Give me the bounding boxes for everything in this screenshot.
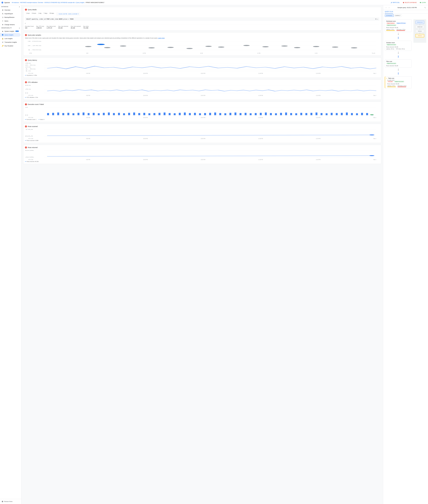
tab-1hour[interactable]: 1 hour <box>25 12 31 15</box>
sidebar-db-section[interactable]: DATABASE ▲ <box>0 5 21 8</box>
svg-rect-49 <box>154 113 156 115</box>
plan-tree: Distributed union Highest latency Highes… <box>385 19 412 502</box>
sidebar-item-change-streams[interactable]: ⊕ Change streams <box>0 23 20 26</box>
expand-panel-button[interactable]: ⤡ <box>424 6 426 9</box>
rows-returned-section: 9 Rows returned 50k 40k UTC+5:30 9:30 PM… <box>23 145 381 164</box>
scatter-point-selected[interactable] <box>97 44 105 45</box>
svg-text:1.5s: 1.5s <box>25 68 36 69</box>
query-details-section: 1 Query details 1 hour 6 hours 1 day 7 d… <box>23 7 381 31</box>
scatter-point[interactable] <box>351 47 357 48</box>
metric-avg-bytes: Avg. bytes 721,498 <box>83 26 89 29</box>
svg-rect-34 <box>77 113 79 115</box>
breadcrumb-all-instances[interactable]: All instances <box>12 2 19 3</box>
scatter-point[interactable] <box>294 47 300 48</box>
svg-rect-43 <box>123 113 125 115</box>
sidebar-item-key-visualizer[interactable]: 🔑 Key Visualizer <box>0 44 20 48</box>
svg-text:4s: 4s <box>25 89 31 90</box>
sidebar-item-query[interactable]: ≡ Query <box>0 19 20 23</box>
badge-highest-latency: Highest latency <box>386 22 395 24</box>
svg-rect-58 <box>199 113 201 115</box>
learn-button[interactable]: LEARN <box>419 1 427 4</box>
sidebar-obs-section[interactable]: OBSERVABILITY ▲ <box>0 26 21 29</box>
svg-rect-87 <box>346 112 348 115</box>
nav-buttons: ‹ › <box>385 6 390 9</box>
cpu-bar-4 <box>398 87 406 87</box>
sidebar-item-system-insights[interactable]: ◈ System insights NEW <box>0 29 20 33</box>
breadcrumb-instance[interactable]: INSTANCE example-instance: Overview <box>20 2 43 3</box>
svg-rect-59 <box>204 113 206 115</box>
scatter-point[interactable] <box>148 47 155 48</box>
tab-7days[interactable]: 7 days <box>42 12 48 15</box>
svg-rect-50 <box>158 113 160 115</box>
svg-rect-29 <box>52 113 54 115</box>
latency-bar-4 <box>387 87 396 87</box>
plan-content: Distributed union Highest latency Highes… <box>383 17 428 504</box>
scatter-point[interactable] <box>218 47 224 48</box>
svg-text:6M: 6M <box>25 135 33 137</box>
svg-rect-45 <box>133 112 135 115</box>
sidebar-item-query-insights[interactable]: Query insights <box>0 33 20 37</box>
scatter-point[interactable] <box>205 46 212 47</box>
svg-rect-107 <box>398 72 399 75</box>
sidebar-item-backup-restore[interactable]: ◷ Backup/Restore <box>0 16 20 19</box>
write-ddl-button[interactable]: WRITE DDL <box>390 1 401 4</box>
sidebar-item-lock-insights[interactable]: 🔒 Lock insights <box>0 37 20 40</box>
cpu-util-chart: 8s 4s 0 <box>25 84 379 94</box>
svg-rect-69 <box>255 113 257 115</box>
svg-rect-63 <box>224 113 226 115</box>
scatter-point[interactable] <box>262 46 269 47</box>
cpu-util-title: 6 CPU utilization <box>25 81 379 83</box>
plan-node-filter-scan: Filter scan Highest row count Rows retur… <box>385 59 412 67</box>
breadcrumb-database[interactable]: GOOGLE STANDARD SQL DATABASE example-db-… <box>44 2 84 3</box>
next-sample-button[interactable]: › <box>388 6 390 9</box>
scatter-point[interactable] <box>104 47 110 48</box>
delete-database-button[interactable]: DELETE DATABASE <box>402 1 418 4</box>
sidebar-item-overview[interactable]: ⊞ Overview <box>0 8 20 12</box>
release-notes-item[interactable]: Release Notes <box>1 500 20 503</box>
rows-scanned-legend: Rows scanned: 6.58M <box>25 140 379 141</box>
tab-30days[interactable]: 30 days <box>49 12 55 15</box>
query-icon: ≡ <box>2 20 4 22</box>
svg-rect-90 <box>361 113 363 115</box>
svg-rect-44 <box>128 113 130 115</box>
connector-2 <box>398 52 398 54</box>
import-icon: ⇅ <box>2 13 4 15</box>
scatter-point[interactable] <box>313 46 319 47</box>
date-range-selector[interactable]: ✓ 3/1/23, 8:43 PM - 3/2/23, 12:04 AM ▼ <box>56 13 80 15</box>
scatter-point[interactable] <box>186 48 193 49</box>
backup-icon: ◷ <box>2 16 4 18</box>
svg-rect-65 <box>235 112 237 115</box>
prev-sample-button[interactable]: ‹ <box>385 6 387 9</box>
expand-sql-button[interactable]: ⇕ <box>377 18 378 20</box>
tab-query-plan[interactable]: QUERY PLAN <box>385 10 393 13</box>
query-plan-desc: Select one of the dots to see a query pl… <box>25 37 379 39</box>
sidebar-item-import-export[interactable]: ⇅ Import/Export <box>0 12 20 16</box>
book-icon <box>420 2 421 3</box>
scatter-point[interactable] <box>243 45 250 46</box>
expanded-view-button[interactable]: EXPANDED <box>385 14 394 17</box>
learn-more-link[interactable]: Learn more <box>158 37 165 39</box>
scatter-point[interactable] <box>120 45 126 47</box>
tab-6hours[interactable]: 6 hours <box>31 12 37 15</box>
scatter-point[interactable] <box>281 45 288 47</box>
svg-text:Filter scan: Filter scan <box>418 31 421 32</box>
svg-rect-30 <box>57 112 59 115</box>
sidebar-item-transaction-insights[interactable]: ⇄ Transaction insights <box>0 40 20 44</box>
latency-bar-1 <box>386 30 395 31</box>
svg-text:Distributed union: Distributed union <box>417 22 423 23</box>
scatter-point[interactable] <box>85 46 91 47</box>
svg-text:7M: 7M <box>25 129 33 130</box>
scatter-point[interactable] <box>167 47 174 48</box>
copy-sql-button[interactable]: ⧉ <box>375 18 377 20</box>
scatter-point[interactable] <box>332 47 338 48</box>
compact-view-button[interactable]: COMPACT <box>394 14 402 17</box>
svg-text:1.50s: 1.50s <box>28 49 41 50</box>
key-icon: 🔑 <box>2 45 4 47</box>
tab-1day[interactable]: 1 day <box>37 12 42 15</box>
svg-rect-39 <box>103 113 105 115</box>
svg-point-98 <box>369 134 374 135</box>
svg-text:1s: 1s <box>25 70 31 71</box>
svg-rect-76 <box>290 113 292 115</box>
sql-text: SELECT quantity, order_id FROM order_ite… <box>26 18 375 20</box>
content-area: 1 Query details 1 hour 6 hours 1 day 7 d… <box>21 5 428 504</box>
